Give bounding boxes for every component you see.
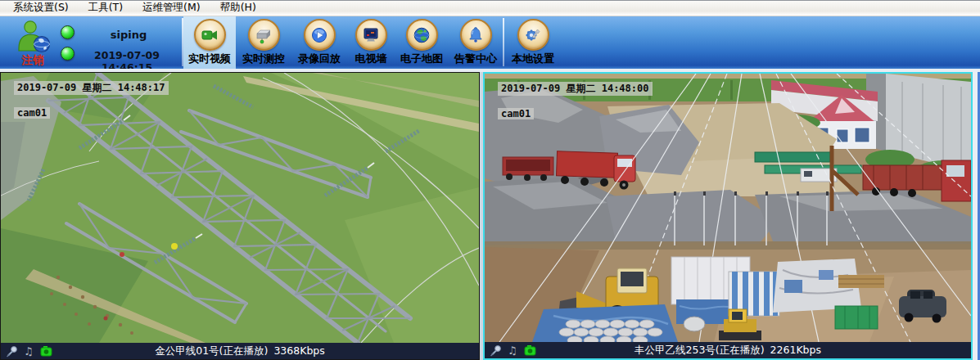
video-camera-icon xyxy=(194,19,226,51)
video-panel-2-selected[interactable]: 2019-07-09 星期二 14:48:00 cam01 ♫ xyxy=(483,72,973,360)
menu-help[interactable]: 帮助(H) xyxy=(210,0,266,16)
music-note-icon[interactable]: ♫ xyxy=(508,345,517,356)
video-feed-tower xyxy=(1,73,479,343)
video-title: 金公甲线01号(正在播放) xyxy=(155,344,268,357)
osd-camera-label: cam01 xyxy=(498,108,534,119)
toolbar-buttons-secondary: 本地设置 xyxy=(505,16,561,69)
window-edge xyxy=(973,72,980,360)
osd-timestamp: 2019-07-09 星期二 14:48:00 xyxy=(498,82,653,96)
user-avatar-logout-icon[interactable] xyxy=(15,19,52,55)
toolbar-separator xyxy=(503,18,504,66)
video-feed-yard xyxy=(485,74,971,342)
osd-timestamp: 2019-07-09 星期二 14:48:17 xyxy=(14,81,169,95)
button-live-video[interactable]: 实时视频 xyxy=(183,16,236,69)
status-light-icon xyxy=(61,25,75,39)
button-local-settings[interactable]: 本地设置 xyxy=(505,16,561,69)
user-area: 注销 siping 2019-07-09 14:46:15 xyxy=(0,16,182,69)
globe-map-icon xyxy=(406,19,438,51)
alarm-bell-icon xyxy=(460,19,492,51)
video-info-bar: ♫ 丰公甲乙线253号(正在播放)2261Kbps xyxy=(485,342,971,358)
button-e-map[interactable]: 电子地图 xyxy=(395,16,449,69)
button-tv-wall[interactable]: 电视墙 xyxy=(347,16,395,69)
record-camera-icon[interactable] xyxy=(40,346,53,357)
video-title: 丰公甲乙线253号(正在播放) xyxy=(635,344,765,356)
menu-bar: 系统设置(S) 工具(T) 运维管理(M) 帮助(H) xyxy=(0,0,980,16)
video-panel-1[interactable]: 2019-07-09 星期二 14:48:17 cam01 ♫ xyxy=(0,72,480,360)
button-label: 录像回放 xyxy=(298,52,341,66)
button-label: 告警中心 xyxy=(454,52,497,66)
toolbar-buttons: 实时视频 实时测控 xyxy=(183,16,503,69)
record-camera-icon[interactable] xyxy=(524,345,537,356)
tv-wall-icon xyxy=(355,19,387,51)
toolbar: 注销 siping 2019-07-09 14:46:15 实时视频 xyxy=(0,16,980,69)
video-info-bar: ♫ 金公甲线01号(正在播放)3368Kbps xyxy=(1,343,479,359)
video-bar-icons: ♫ xyxy=(490,342,537,358)
menu-ops-management[interactable]: 运维管理(M) xyxy=(133,0,210,16)
microphone-icon[interactable] xyxy=(490,344,501,357)
button-label: 电视墙 xyxy=(355,52,387,66)
video-bitrate: 3368Kbps xyxy=(273,344,324,357)
menu-tools[interactable]: 工具(T) xyxy=(79,0,133,16)
osd-camera-label: cam01 xyxy=(14,107,50,119)
logout-button[interactable]: 注销 xyxy=(7,53,59,68)
music-note-icon[interactable]: ♫ xyxy=(24,346,34,357)
video-region: 2019-07-09 星期二 14:48:17 cam01 ♫ xyxy=(0,72,980,360)
surveillance-app-window: 系统设置(S) 工具(T) 运维管理(M) 帮助(H) 注销 siping 20… xyxy=(0,0,980,360)
button-playback[interactable]: 录像回放 xyxy=(291,16,347,69)
video-bar-icons: ♫ xyxy=(6,343,53,359)
video-bitrate: 2261Kbps xyxy=(770,344,821,356)
button-label: 实时测控 xyxy=(242,52,285,66)
button-live-telemetry[interactable]: 实时测控 xyxy=(236,16,291,69)
telemetry-device-icon xyxy=(248,19,280,51)
local-settings-icon xyxy=(517,19,549,51)
playback-icon xyxy=(304,19,336,51)
button-label: 实时视频 xyxy=(188,52,231,66)
menu-system-settings[interactable]: 系统设置(S) xyxy=(3,0,79,16)
microphone-icon[interactable] xyxy=(6,344,17,358)
username-label: siping xyxy=(79,29,178,41)
button-alarm-center[interactable]: 告警中心 xyxy=(449,16,503,69)
button-label: 本地设置 xyxy=(512,52,554,66)
button-label: 电子地图 xyxy=(400,52,443,66)
